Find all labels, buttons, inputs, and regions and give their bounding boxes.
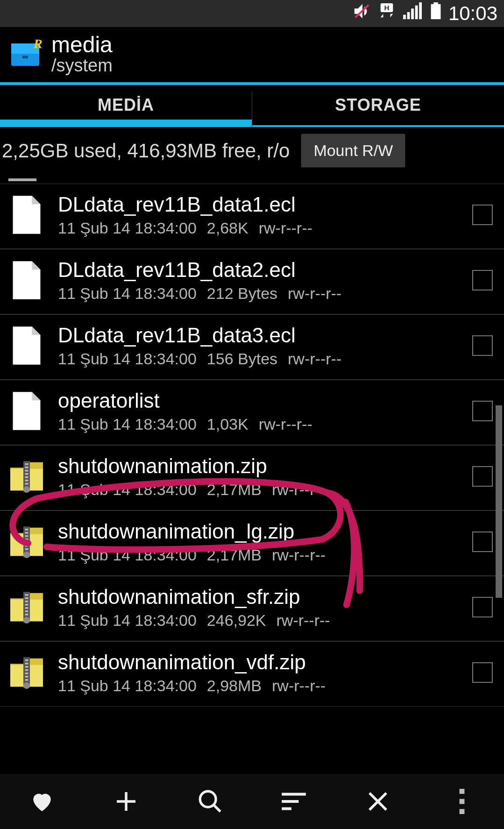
file-meta: 11 Şub 14 18:34:002,17MBrw-r--r-- (58, 546, 462, 564)
mount-rw-button[interactable]: Mount R/W (301, 134, 405, 168)
file-meta: 11 Şub 14 18:34:002,68Krw-r--r-- (58, 219, 462, 237)
row-checkbox[interactable] (472, 597, 493, 617)
file-name: shutdownanimation_sfr.zip (58, 585, 462, 609)
storage-summary: 2,25GB used, 416,93MB free, r/o (2, 140, 290, 162)
svg-rect-34 (25, 597, 28, 599)
row-checkbox[interactable] (472, 662, 493, 683)
svg-rect-26 (25, 535, 28, 537)
file-name: shutdownanimation_vdf.zip (58, 651, 462, 674)
favorite-button[interactable] (0, 774, 84, 829)
svg-point-50 (200, 791, 216, 807)
svg-rect-3 (403, 15, 406, 19)
svg-rect-39 (25, 614, 28, 616)
tab-label: STORAGE (335, 95, 421, 115)
page-title: media (51, 32, 113, 57)
close-button[interactable] (336, 774, 420, 829)
zip-icon (6, 586, 48, 628)
svg-rect-38 (25, 610, 28, 612)
breadcrumb[interactable]: /system (51, 56, 113, 76)
network-h-icon: H (377, 2, 396, 25)
svg-rect-7 (419, 2, 422, 19)
svg-rect-25 (25, 532, 28, 534)
svg-text:H: H (384, 4, 389, 12)
svg-rect-30 (25, 548, 28, 550)
zip-icon (6, 652, 48, 694)
file-name: shutdownanimation.zip (58, 454, 462, 478)
file-icon (6, 194, 48, 236)
svg-rect-16 (25, 467, 28, 468)
row-checkbox[interactable] (472, 335, 493, 356)
file-meta: 11 Şub 14 18:34:002,17MBrw-r--r-- (58, 481, 462, 499)
battery-icon (430, 2, 442, 25)
file-name: DLdata_rev11B_data2.ecl (58, 258, 462, 282)
file-name: DLdata_rev11B_data3.ecl (58, 324, 462, 347)
svg-text:R: R (33, 37, 42, 51)
tab-storage[interactable]: STORAGE (252, 85, 504, 127)
mute-icon (352, 2, 371, 25)
app-header: R media /system (0, 27, 504, 82)
storage-info-bar: 2,25GB used, 416,93MB free, r/o Mount R/… (0, 127, 504, 176)
tab-bar: MEDİA STORAGE (0, 85, 504, 127)
file-row[interactable]: operatorlist 11 Şub 14 18:34:001,03Krw-r… (0, 380, 504, 445)
svg-rect-29 (25, 545, 28, 547)
svg-rect-47 (25, 676, 28, 678)
svg-rect-53 (460, 809, 465, 814)
svg-rect-28 (25, 542, 28, 544)
search-button[interactable] (168, 774, 252, 829)
row-checkbox[interactable] (472, 270, 493, 291)
file-meta: 11 Şub 14 18:34:00212 Bytesrw-r--r-- (58, 284, 462, 303)
row-checkbox[interactable] (472, 466, 493, 487)
svg-rect-20 (25, 480, 28, 482)
row-checkbox[interactable] (472, 401, 493, 421)
file-icon (6, 259, 48, 301)
file-row[interactable]: shutdownanimation_lg.zip 11 Şub 14 18:34… (0, 510, 504, 576)
file-list[interactable]: DLdata_rev11B_data1.ecl 11 Şub 14 18:34:… (0, 176, 504, 707)
zip-icon (6, 521, 48, 563)
svg-rect-15 (25, 463, 28, 465)
file-meta: 11 Şub 14 18:34:002,98MBrw-r--r-- (58, 677, 462, 695)
file-row[interactable]: DLdata_rev11B_data3.ecl 11 Şub 14 18:34:… (0, 314, 504, 380)
row-checkbox[interactable] (472, 205, 493, 225)
file-row[interactable]: shutdownanimation_sfr.zip 11 Şub 14 18:3… (0, 576, 504, 641)
file-name: operatorlist (58, 389, 462, 412)
file-row[interactable]: shutdownanimation.zip 11 Şub 14 18:34:00… (0, 445, 504, 510)
svg-rect-46 (25, 673, 28, 674)
signal-icon (403, 2, 423, 25)
svg-rect-33 (25, 594, 28, 596)
bottom-toolbar (0, 774, 504, 829)
svg-rect-8 (431, 4, 440, 19)
add-button[interactable] (84, 774, 168, 829)
file-row[interactable]: DLdata_rev11B_data2.ecl 11 Şub 14 18:34:… (0, 249, 504, 314)
tab-label: MEDİA (98, 95, 154, 115)
svg-rect-37 (25, 607, 28, 609)
overflow-menu-button[interactable] (420, 774, 504, 829)
svg-point-49 (23, 682, 30, 689)
svg-rect-45 (25, 669, 28, 671)
row-checkbox[interactable] (472, 531, 493, 552)
file-row[interactable]: shutdownanimation_vdf.zip 11 Şub 14 18:3… (0, 641, 504, 707)
svg-rect-51 (460, 789, 465, 794)
svg-rect-4 (407, 12, 410, 19)
svg-rect-9 (433, 2, 438, 5)
scrollbar-thumb[interactable] (496, 405, 502, 598)
svg-rect-12 (22, 56, 28, 58)
svg-point-22 (23, 486, 30, 493)
svg-rect-18 (25, 473, 28, 475)
svg-rect-35 (25, 601, 28, 602)
zip-icon (6, 455, 48, 497)
file-name: shutdownanimation_lg.zip (58, 520, 462, 543)
file-row[interactable]: DLdata_rev11B_data1.ecl 11 Şub 14 18:34:… (0, 184, 504, 249)
svg-point-31 (23, 552, 30, 558)
file-meta: 11 Şub 14 18:34:001,03Krw-r--r-- (58, 415, 462, 433)
app-icon: R (8, 37, 42, 71)
file-meta: 11 Şub 14 18:34:00156 Bytesrw-r--r-- (58, 350, 462, 368)
sort-button[interactable] (252, 774, 336, 829)
svg-rect-6 (415, 6, 418, 19)
file-icon (6, 325, 48, 367)
svg-rect-21 (25, 483, 28, 485)
svg-rect-17 (25, 470, 28, 472)
svg-point-40 (23, 617, 30, 624)
file-meta: 11 Şub 14 18:34:00246,92Krw-r--r-- (58, 611, 462, 630)
svg-rect-52 (460, 799, 465, 804)
tab-media[interactable]: MEDİA (0, 85, 252, 127)
